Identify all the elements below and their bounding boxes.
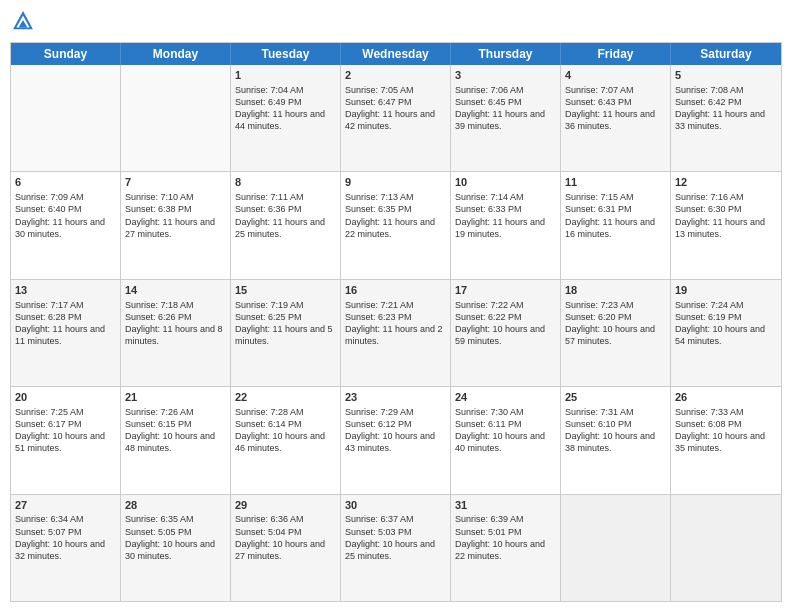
day-number: 7 bbox=[125, 175, 226, 190]
calendar-cell: 29Sunrise: 6:36 AM Sunset: 5:04 PM Dayli… bbox=[231, 495, 341, 601]
cell-detail: Sunrise: 7:14 AM Sunset: 6:33 PM Dayligh… bbox=[455, 191, 556, 240]
day-number: 25 bbox=[565, 390, 666, 405]
day-number: 1 bbox=[235, 68, 336, 83]
calendar-cell: 30Sunrise: 6:37 AM Sunset: 5:03 PM Dayli… bbox=[341, 495, 451, 601]
cell-detail: Sunrise: 7:04 AM Sunset: 6:49 PM Dayligh… bbox=[235, 84, 336, 133]
calendar-cell bbox=[671, 495, 781, 601]
day-number: 11 bbox=[565, 175, 666, 190]
calendar-cell: 22Sunrise: 7:28 AM Sunset: 6:14 PM Dayli… bbox=[231, 387, 341, 493]
day-number: 30 bbox=[345, 498, 446, 513]
day-number: 23 bbox=[345, 390, 446, 405]
calendar-cell: 26Sunrise: 7:33 AM Sunset: 6:08 PM Dayli… bbox=[671, 387, 781, 493]
calendar: SundayMondayTuesdayWednesdayThursdayFrid… bbox=[10, 42, 782, 602]
day-number: 6 bbox=[15, 175, 116, 190]
header-day-tuesday: Tuesday bbox=[231, 43, 341, 65]
calendar-cell: 18Sunrise: 7:23 AM Sunset: 6:20 PM Dayli… bbox=[561, 280, 671, 386]
calendar-cell: 14Sunrise: 7:18 AM Sunset: 6:26 PM Dayli… bbox=[121, 280, 231, 386]
day-number: 28 bbox=[125, 498, 226, 513]
cell-detail: Sunrise: 7:11 AM Sunset: 6:36 PM Dayligh… bbox=[235, 191, 336, 240]
day-number: 12 bbox=[675, 175, 777, 190]
day-number: 15 bbox=[235, 283, 336, 298]
day-number: 14 bbox=[125, 283, 226, 298]
calendar-cell: 21Sunrise: 7:26 AM Sunset: 6:15 PM Dayli… bbox=[121, 387, 231, 493]
day-number: 21 bbox=[125, 390, 226, 405]
calendar-cell: 12Sunrise: 7:16 AM Sunset: 6:30 PM Dayli… bbox=[671, 172, 781, 278]
calendar-cell: 31Sunrise: 6:39 AM Sunset: 5:01 PM Dayli… bbox=[451, 495, 561, 601]
cell-detail: Sunrise: 7:25 AM Sunset: 6:17 PM Dayligh… bbox=[15, 406, 116, 455]
day-number: 2 bbox=[345, 68, 446, 83]
calendar-cell: 5Sunrise: 7:08 AM Sunset: 6:42 PM Daylig… bbox=[671, 65, 781, 171]
calendar-week-4: 20Sunrise: 7:25 AM Sunset: 6:17 PM Dayli… bbox=[11, 387, 781, 494]
calendar-cell: 20Sunrise: 7:25 AM Sunset: 6:17 PM Dayli… bbox=[11, 387, 121, 493]
calendar-week-1: 1Sunrise: 7:04 AM Sunset: 6:49 PM Daylig… bbox=[11, 65, 781, 172]
cell-detail: Sunrise: 7:18 AM Sunset: 6:26 PM Dayligh… bbox=[125, 299, 226, 348]
cell-detail: Sunrise: 7:05 AM Sunset: 6:47 PM Dayligh… bbox=[345, 84, 446, 133]
day-number: 13 bbox=[15, 283, 116, 298]
day-number: 8 bbox=[235, 175, 336, 190]
calendar-cell: 6Sunrise: 7:09 AM Sunset: 6:40 PM Daylig… bbox=[11, 172, 121, 278]
day-number: 4 bbox=[565, 68, 666, 83]
logo-icon bbox=[12, 10, 34, 32]
cell-detail: Sunrise: 7:26 AM Sunset: 6:15 PM Dayligh… bbox=[125, 406, 226, 455]
day-number: 27 bbox=[15, 498, 116, 513]
cell-detail: Sunrise: 6:39 AM Sunset: 5:01 PM Dayligh… bbox=[455, 513, 556, 562]
calendar-cell: 10Sunrise: 7:14 AM Sunset: 6:33 PM Dayli… bbox=[451, 172, 561, 278]
calendar-cell: 15Sunrise: 7:19 AM Sunset: 6:25 PM Dayli… bbox=[231, 280, 341, 386]
cell-detail: Sunrise: 7:19 AM Sunset: 6:25 PM Dayligh… bbox=[235, 299, 336, 348]
calendar-cell: 13Sunrise: 7:17 AM Sunset: 6:28 PM Dayli… bbox=[11, 280, 121, 386]
cell-detail: Sunrise: 7:30 AM Sunset: 6:11 PM Dayligh… bbox=[455, 406, 556, 455]
calendar-cell: 27Sunrise: 6:34 AM Sunset: 5:07 PM Dayli… bbox=[11, 495, 121, 601]
day-number: 24 bbox=[455, 390, 556, 405]
cell-detail: Sunrise: 7:08 AM Sunset: 6:42 PM Dayligh… bbox=[675, 84, 777, 133]
calendar-cell: 4Sunrise: 7:07 AM Sunset: 6:43 PM Daylig… bbox=[561, 65, 671, 171]
day-number: 31 bbox=[455, 498, 556, 513]
cell-detail: Sunrise: 7:23 AM Sunset: 6:20 PM Dayligh… bbox=[565, 299, 666, 348]
header-day-saturday: Saturday bbox=[671, 43, 781, 65]
cell-detail: Sunrise: 7:07 AM Sunset: 6:43 PM Dayligh… bbox=[565, 84, 666, 133]
calendar-week-3: 13Sunrise: 7:17 AM Sunset: 6:28 PM Dayli… bbox=[11, 280, 781, 387]
calendar-cell bbox=[561, 495, 671, 601]
day-number: 26 bbox=[675, 390, 777, 405]
header-day-wednesday: Wednesday bbox=[341, 43, 451, 65]
header-day-friday: Friday bbox=[561, 43, 671, 65]
calendar-cell bbox=[11, 65, 121, 171]
calendar-cell: 2Sunrise: 7:05 AM Sunset: 6:47 PM Daylig… bbox=[341, 65, 451, 171]
calendar-cell: 11Sunrise: 7:15 AM Sunset: 6:31 PM Dayli… bbox=[561, 172, 671, 278]
cell-detail: Sunrise: 6:34 AM Sunset: 5:07 PM Dayligh… bbox=[15, 513, 116, 562]
cell-detail: Sunrise: 7:22 AM Sunset: 6:22 PM Dayligh… bbox=[455, 299, 556, 348]
day-number: 16 bbox=[345, 283, 446, 298]
day-number: 3 bbox=[455, 68, 556, 83]
calendar-cell: 19Sunrise: 7:24 AM Sunset: 6:19 PM Dayli… bbox=[671, 280, 781, 386]
day-number: 17 bbox=[455, 283, 556, 298]
header-day-monday: Monday bbox=[121, 43, 231, 65]
cell-detail: Sunrise: 6:35 AM Sunset: 5:05 PM Dayligh… bbox=[125, 513, 226, 562]
cell-detail: Sunrise: 7:28 AM Sunset: 6:14 PM Dayligh… bbox=[235, 406, 336, 455]
cell-detail: Sunrise: 7:10 AM Sunset: 6:38 PM Dayligh… bbox=[125, 191, 226, 240]
calendar-cell: 3Sunrise: 7:06 AM Sunset: 6:45 PM Daylig… bbox=[451, 65, 561, 171]
calendar-cell: 9Sunrise: 7:13 AM Sunset: 6:35 PM Daylig… bbox=[341, 172, 451, 278]
cell-detail: Sunrise: 7:21 AM Sunset: 6:23 PM Dayligh… bbox=[345, 299, 446, 348]
cell-detail: Sunrise: 6:36 AM Sunset: 5:04 PM Dayligh… bbox=[235, 513, 336, 562]
calendar-cell: 25Sunrise: 7:31 AM Sunset: 6:10 PM Dayli… bbox=[561, 387, 671, 493]
day-number: 10 bbox=[455, 175, 556, 190]
calendar-week-2: 6Sunrise: 7:09 AM Sunset: 6:40 PM Daylig… bbox=[11, 172, 781, 279]
cell-detail: Sunrise: 7:17 AM Sunset: 6:28 PM Dayligh… bbox=[15, 299, 116, 348]
calendar-cell: 24Sunrise: 7:30 AM Sunset: 6:11 PM Dayli… bbox=[451, 387, 561, 493]
cell-detail: Sunrise: 7:13 AM Sunset: 6:35 PM Dayligh… bbox=[345, 191, 446, 240]
calendar-cell: 17Sunrise: 7:22 AM Sunset: 6:22 PM Dayli… bbox=[451, 280, 561, 386]
calendar-cell: 7Sunrise: 7:10 AM Sunset: 6:38 PM Daylig… bbox=[121, 172, 231, 278]
cell-detail: Sunrise: 7:31 AM Sunset: 6:10 PM Dayligh… bbox=[565, 406, 666, 455]
header-day-thursday: Thursday bbox=[451, 43, 561, 65]
cell-detail: Sunrise: 7:24 AM Sunset: 6:19 PM Dayligh… bbox=[675, 299, 777, 348]
day-number: 20 bbox=[15, 390, 116, 405]
day-number: 22 bbox=[235, 390, 336, 405]
calendar-week-5: 27Sunrise: 6:34 AM Sunset: 5:07 PM Dayli… bbox=[11, 495, 781, 601]
day-number: 9 bbox=[345, 175, 446, 190]
cell-detail: Sunrise: 7:09 AM Sunset: 6:40 PM Dayligh… bbox=[15, 191, 116, 240]
calendar-cell: 28Sunrise: 6:35 AM Sunset: 5:05 PM Dayli… bbox=[121, 495, 231, 601]
cell-detail: Sunrise: 7:16 AM Sunset: 6:30 PM Dayligh… bbox=[675, 191, 777, 240]
cell-detail: Sunrise: 7:15 AM Sunset: 6:31 PM Dayligh… bbox=[565, 191, 666, 240]
calendar-cell: 23Sunrise: 7:29 AM Sunset: 6:12 PM Dayli… bbox=[341, 387, 451, 493]
calendar-cell: 16Sunrise: 7:21 AM Sunset: 6:23 PM Dayli… bbox=[341, 280, 451, 386]
calendar-cell: 8Sunrise: 7:11 AM Sunset: 6:36 PM Daylig… bbox=[231, 172, 341, 278]
